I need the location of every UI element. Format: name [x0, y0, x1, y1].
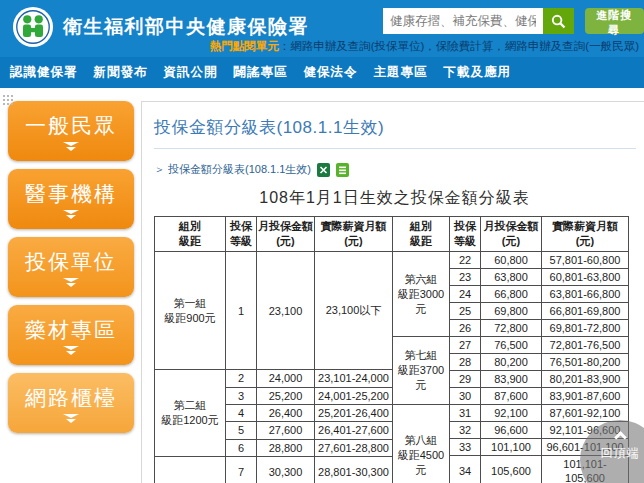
amount-cell: 76,500 — [481, 337, 542, 354]
sidebar-button-1[interactable]: 一般民眾 — [8, 101, 134, 161]
group-label-cell: 第一組級距900元 — [155, 252, 226, 370]
level-cell: 30 — [450, 388, 481, 405]
group-label-cell: 第二組級距1200元 — [155, 370, 226, 457]
col-header-2: 投保等級 — [226, 217, 257, 252]
table-row: 第二組級距1200元224,00023,101-24,000 — [155, 370, 393, 387]
sidebar-button-5[interactable]: 網路櫃檯 — [8, 373, 134, 433]
hot-links-separator: ， — [424, 40, 436, 52]
level-cell: 6 — [226, 439, 257, 456]
hot-links-label: 熱門點閱單元 — [210, 40, 279, 52]
level-cell: 33 — [450, 439, 481, 456]
table-row: 第一組級距900元123,10023,100以下 — [155, 252, 393, 370]
sidebar-button-label: 網路櫃檯 — [25, 384, 117, 412]
sidebar-button-label: 藥材專區 — [25, 316, 117, 344]
level-cell: 32 — [450, 422, 481, 439]
nav-item-4[interactable]: 闢謠專區 — [234, 64, 288, 81]
amount-cell: 92,100 — [481, 405, 542, 422]
col-header-1: 組別級距 — [155, 217, 226, 252]
sidebar-button-2[interactable]: 醫事機構 — [8, 169, 134, 229]
content-card: 投保金額分級表(108.1.1生效) ＞ 投保金額分級表(108.1.1生效) — [141, 101, 644, 483]
amount-cell: 101,100 — [481, 439, 542, 456]
nav-item-6[interactable]: 主題專區 — [374, 64, 428, 81]
chevron-down-icon — [63, 209, 79, 219]
grade-tables: 組別級距投保等級月投保金額(元)實際薪資月額(元) 第一組級距900元123,1… — [154, 216, 636, 483]
sidebar-button-label: 投保單位 — [25, 248, 117, 276]
table-row: 第八組級距4500元3192,10087,601-92,100 — [393, 405, 629, 422]
nav-item-2[interactable]: 新聞發布 — [94, 64, 148, 81]
col-header-3: 月投保金額(元) — [257, 217, 315, 252]
nav-item-1[interactable]: 認識健保署 — [10, 64, 78, 81]
amount-cell: 25,200 — [257, 387, 315, 404]
range-cell: 76,501-80,200 — [542, 354, 629, 371]
level-cell: 24 — [450, 286, 481, 303]
range-cell: 26,401-27,600 — [315, 422, 393, 439]
amount-cell: 30,300 — [257, 456, 315, 483]
chevron-down-icon — [63, 413, 79, 423]
sidebar: 一般民眾醫事機構投保單位藥材專區網路櫃檯 — [0, 88, 141, 441]
level-cell: 25 — [450, 303, 481, 320]
sidebar-button-4[interactable]: 藥材專區 — [8, 305, 134, 365]
site-title: 衛生福利部中央健康保險署 — [63, 14, 309, 40]
breadcrumb-link[interactable]: 投保金額分級表(108.1.1生效) — [168, 162, 311, 177]
level-cell: 27 — [450, 337, 481, 354]
range-cell: 24,001-25,200 — [315, 387, 393, 404]
level-cell: 29 — [450, 371, 481, 388]
range-cell: 63,801-66,800 — [542, 286, 629, 303]
level-cell: 4 — [226, 404, 257, 421]
sidebar-button-3[interactable]: 投保單位 — [8, 237, 134, 297]
range-cell: 69,801-72,800 — [542, 320, 629, 337]
level-cell: 26 — [450, 320, 481, 337]
breadcrumb-arrow-icon: ＞ — [154, 162, 165, 177]
group-label-cell: 第六組級距3000元 — [393, 252, 450, 337]
nhi-logo-icon — [12, 6, 54, 48]
hot-link-3[interactable]: 網路申辦及查詢(一般民眾) — [505, 40, 639, 52]
level-cell: 28 — [450, 354, 481, 371]
amount-cell: 105,600 — [481, 456, 542, 483]
amount-cell: 69,800 — [481, 303, 542, 320]
chevron-down-icon — [63, 345, 79, 355]
xls-file-icon[interactable] — [317, 163, 330, 177]
content-area: 一般民眾醫事機構投保單位藥材專區網路櫃檯 投保金額分級表(108.1.1生效) … — [0, 88, 644, 483]
sidebar-button-label: 一般民眾 — [25, 112, 117, 140]
range-cell: 25,201-26,400 — [315, 404, 393, 421]
level-cell: 7 — [226, 456, 257, 483]
site-header: 衛生福利部中央健康保險署 進階搜尋 熱門點閱單元：網路申辦及查詢(投保單位)，保… — [0, 0, 644, 57]
table-header-row: 組別級距投保等級月投保金額(元)實際薪資月額(元) — [155, 217, 393, 252]
level-cell: 34 — [450, 456, 481, 483]
amount-cell: 23,100 — [257, 252, 315, 370]
nav-item-7[interactable]: 下載及應用 — [444, 64, 512, 81]
amount-cell: 83,900 — [481, 371, 542, 388]
nav-item-3[interactable]: 資訊公開 — [164, 64, 218, 81]
table-title: 108年1月1日生效之投保金額分級表 — [153, 188, 636, 209]
col-header-3: 月投保金額(元) — [481, 217, 542, 252]
breadcrumb: ＞ 投保金額分級表(108.1.1生效) — [154, 162, 636, 177]
search-input[interactable] — [383, 8, 543, 34]
amount-cell: 26,400 — [257, 404, 315, 421]
range-cell: 57,801-60,800 — [542, 252, 629, 269]
amount-cell: 80,200 — [481, 354, 542, 371]
hot-link-1[interactable]: 網路申辦及查詢(投保單位) — [290, 40, 424, 52]
amount-cell: 66,800 — [481, 286, 542, 303]
search-icon — [551, 14, 566, 29]
hot-links-separator: ， — [493, 40, 505, 52]
advanced-search-button[interactable]: 進階搜尋 — [585, 8, 644, 34]
amount-cell: 24,000 — [257, 370, 315, 387]
col-header-4: 實際薪資月額(元) — [542, 217, 629, 252]
range-cell: 27,601-28,800 — [315, 439, 393, 456]
level-cell: 2 — [226, 370, 257, 387]
hot-links: 熱門點閱單元：網路申辦及查詢(投保單位)，保險費計算，網路申辦及查詢(一般民眾) — [210, 39, 639, 54]
amount-cell: 27,600 — [257, 422, 315, 439]
range-cell: 23,101-24,000 — [315, 370, 393, 387]
nav-item-5[interactable]: 健保法令 — [304, 64, 358, 81]
table-header-row: 組別級距投保等級月投保金額(元)實際薪資月額(元) — [393, 217, 629, 252]
dots-decoration — [2, 94, 15, 107]
main-nav: 認識健保署新聞發布資訊公開闢謠專區健保法令主題專區下載及應用 — [0, 57, 644, 88]
col-header-4: 實際薪資月額(元) — [315, 217, 393, 252]
search-area: 進階搜尋 — [383, 8, 644, 34]
ods-file-icon[interactable] — [336, 163, 349, 177]
hot-link-2[interactable]: 保險費計算 — [436, 40, 494, 52]
search-button[interactable] — [543, 8, 574, 34]
range-cell: 28,801-30,300 — [315, 456, 393, 483]
sidebar-button-label: 醫事機構 — [25, 180, 117, 208]
chevron-down-icon — [63, 141, 79, 151]
